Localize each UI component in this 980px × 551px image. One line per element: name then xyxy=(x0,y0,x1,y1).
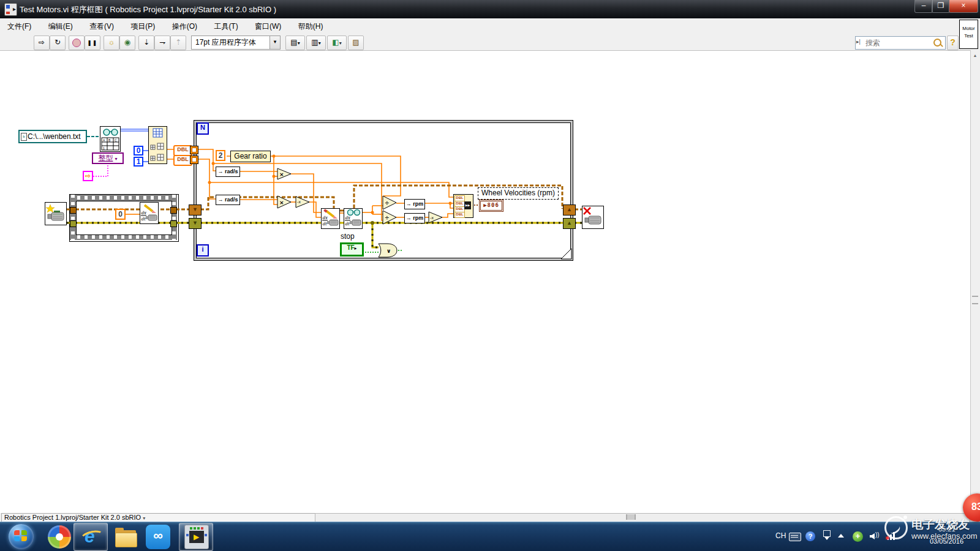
wires-layer: × × ÷ ÷ -x -x ∨ xyxy=(0,0,980,551)
show-hidden-icons-button[interactable] xyxy=(838,534,844,538)
internet-explorer-icon: e xyxy=(79,525,102,548)
build-array-node[interactable]: DBL DBL DBL DBL ▶▶ xyxy=(453,194,473,218)
spectacles-icon: ABC 1 xyxy=(100,127,120,151)
svg-text:÷: ÷ xyxy=(385,215,390,221)
array-arrows-icon: ▶▶ xyxy=(464,201,471,209)
shift-register-left[interactable]: ▼ xyxy=(189,218,202,229)
rpm-unit-box[interactable]: → rpm xyxy=(404,213,425,223)
input-method-help-icon[interactable]: ? xyxy=(805,531,815,541)
svg-text:×: × xyxy=(279,200,284,206)
sequence-tunnel[interactable] xyxy=(170,207,177,214)
screen: ▸ Test Motors.vi 程序框图 ( Robotics Project… xyxy=(0,0,980,551)
wheel-velocities-label[interactable]: Wheel Velocities (rpm) xyxy=(478,187,559,200)
svg-text:C: C xyxy=(115,138,117,142)
tray-dropdown-icon[interactable] xyxy=(824,537,829,540)
horizontal-scrollbar[interactable] xyxy=(315,513,970,522)
path-icon: b xyxy=(21,133,27,141)
svg-text:dt: dt xyxy=(322,222,327,227)
wheel-velocities-indicator[interactable]: ▶806 xyxy=(479,200,503,212)
keyboard-icon[interactable] xyxy=(789,533,801,541)
write-motor-velocity-subvi[interactable]: dx dt xyxy=(321,208,340,229)
sequence-tunnel[interactable] xyxy=(70,220,77,227)
stop-label[interactable]: stop xyxy=(341,232,355,241)
rad-per-s-unit-box[interactable]: → rad/s xyxy=(216,195,240,205)
labview-task-button[interactable]: ▶ xyxy=(179,523,213,551)
refnum-constant[interactable]: ⇨ xyxy=(83,171,93,181)
svg-text:1: 1 xyxy=(103,146,105,150)
shift-register-left[interactable]: ▼ xyxy=(189,204,202,216)
context-dropdown-icon: ▾ xyxy=(143,515,145,521)
read-motor-velocity-subvi[interactable]: dx dt xyxy=(344,208,363,229)
language-indicator[interactable]: CH xyxy=(775,531,786,540)
project-context-button[interactable]: Robotics Project 1.lvproj/Starter Kit 2.… xyxy=(1,513,318,522)
scroll-up-icon[interactable]: ▲ xyxy=(971,52,979,59)
spectacles-icon: dx dt xyxy=(344,209,362,228)
svg-text:dx: dx xyxy=(322,216,328,220)
svg-text:dx: dx xyxy=(345,216,350,220)
array-grid-icon xyxy=(149,127,167,163)
watermark-url: www.elecfans.com xyxy=(911,531,978,541)
stop-boolean-terminal[interactable]: TF▸ xyxy=(340,242,364,257)
safety-center-icon[interactable]: + xyxy=(853,531,863,542)
shift-register-right[interactable]: ▲ xyxy=(563,218,576,229)
index-constant-1[interactable]: 1 xyxy=(134,157,143,167)
svg-text:-x: -x xyxy=(297,200,301,204)
svg-text:dt: dt xyxy=(345,222,350,227)
open-motor-subvi[interactable] xyxy=(45,202,67,225)
svg-text:-x: -x xyxy=(430,216,434,220)
svg-text:A: A xyxy=(103,138,105,142)
svg-text:dx: dx xyxy=(141,211,146,216)
vertical-scrollbar[interactable] xyxy=(970,50,980,513)
pencil-icon: dx dt xyxy=(322,209,339,228)
write-motor-velocity-subvi[interactable]: dx dt xyxy=(140,202,159,224)
motor-open-icon xyxy=(45,203,66,225)
horizontal-scrollbar-grip[interactable] xyxy=(626,514,636,520)
file-explorer-icon[interactable] xyxy=(114,525,137,549)
index-array-node[interactable] xyxy=(148,126,167,164)
browser-pinwheel-icon[interactable] xyxy=(48,525,71,549)
sequence-tunnel[interactable] xyxy=(70,207,77,214)
gear-ratio-label[interactable]: Gear ratio xyxy=(230,151,271,162)
scrollbar-grip[interactable] xyxy=(972,296,978,304)
close-motor-subvi[interactable] xyxy=(582,206,604,229)
ring-dropdown-icon[interactable]: ▾ xyxy=(115,156,117,162)
svg-text:∨: ∨ xyxy=(386,248,391,254)
shift-register-right[interactable]: ▲ xyxy=(563,204,576,216)
watermark-logo xyxy=(884,516,908,539)
read-spreadsheet-file-node[interactable]: ABC 1 xyxy=(100,126,121,152)
gear-ratio-constant[interactable]: 2 xyxy=(216,150,225,161)
loop-resize-corner[interactable] xyxy=(561,249,571,259)
labview-icon: ▶ xyxy=(184,525,209,549)
baidu-netdisk-icon[interactable]: ∞ xyxy=(146,525,170,549)
type-ring-constant[interactable]: 整型▾ xyxy=(92,152,124,164)
pencil-icon: dx dt xyxy=(140,203,158,223)
file-path-constant[interactable]: b C:\...\wenben.txt xyxy=(18,130,87,143)
svg-text:÷: ÷ xyxy=(385,200,390,206)
auto-index-tunnel[interactable] xyxy=(190,156,198,164)
restore-window-icon[interactable] xyxy=(823,530,831,537)
start-button[interactable] xyxy=(9,524,34,549)
motor-close-icon xyxy=(582,206,603,228)
svg-text:dt: dt xyxy=(141,217,146,222)
loop-iteration-terminal[interactable]: i xyxy=(197,244,209,257)
internet-explorer-task-button[interactable]: e xyxy=(74,523,108,551)
loop-count-terminal[interactable]: N xyxy=(197,122,209,135)
rpm-unit-box[interactable]: → rpm xyxy=(404,199,425,209)
auto-index-tunnel[interactable] xyxy=(190,146,198,154)
rad-per-s-unit-box[interactable]: → rad/s xyxy=(216,167,240,177)
index-constant-0[interactable]: 0 xyxy=(134,146,143,156)
svg-text:×: × xyxy=(279,171,284,178)
sequence-tunnel[interactable] xyxy=(170,220,177,227)
watermark-title: 电子发烧友 xyxy=(911,517,970,533)
velocity-zero-constant[interactable]: 0 xyxy=(115,209,126,220)
